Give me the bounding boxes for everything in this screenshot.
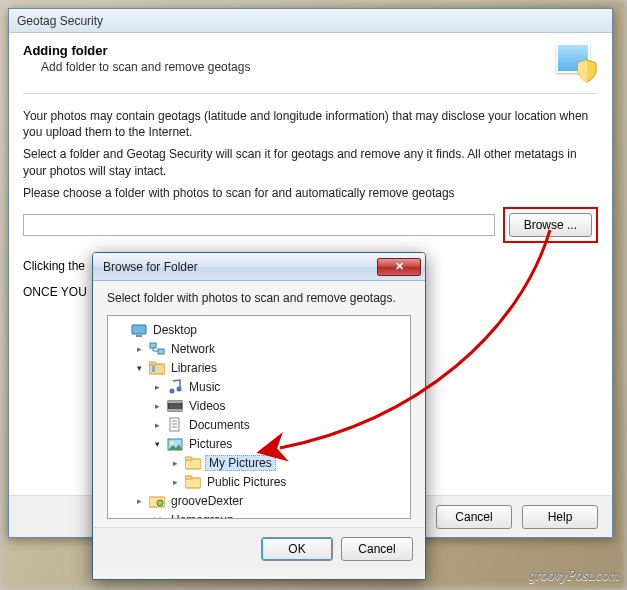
choose-folder-label: Please choose a folder with photos to sc… [23,185,598,201]
close-icon: ✕ [395,260,404,273]
libraries-icon [149,360,165,376]
svg-rect-0 [132,325,146,334]
page-subheading: Add folder to scan and remove geotags [41,60,546,74]
browse-highlight-annotation: Browse ... [503,207,598,243]
ok-button[interactable]: OK [261,537,333,561]
svg-point-7 [170,388,175,393]
tree-node-my-pictures[interactable]: ▸ My Pictures [168,453,408,472]
window-titlebar[interactable]: Geotag Security [9,9,612,33]
browse-for-folder-dialog: Browse for Folder ✕ Select folder with p… [92,252,426,580]
svg-rect-3 [158,349,164,354]
expander-icon[interactable]: ▸ [152,381,163,392]
svg-point-21 [151,518,157,520]
tree-node-videos[interactable]: ▸ Videos [150,396,408,415]
svg-rect-16 [185,457,192,460]
expander-icon[interactable]: ▸ [170,476,181,487]
dialog-instruction: Select folder with photos to scan and re… [107,291,411,305]
expander-icon[interactable]: ▸ [152,400,163,411]
svg-rect-10 [168,401,182,403]
tree-node-groovedexter[interactable]: ▸ grooveDexter [132,491,408,510]
svg-rect-2 [150,343,156,348]
info-paragraph-2: Select a folder and Geotag Security will… [23,146,598,178]
info-paragraph-1: Your photos may contain geotags (latitud… [23,108,598,140]
dialog-button-bar: OK Cancel [93,527,425,569]
documents-icon [167,417,183,433]
svg-point-14 [171,441,174,444]
tree-node-network[interactable]: ▸ Network [132,339,408,358]
expander-icon[interactable]: ▸ [134,343,145,354]
folder-path-input[interactable] [23,214,495,236]
music-icon [167,379,183,395]
svg-point-22 [157,518,163,520]
expander-icon[interactable]: ▸ [134,495,145,506]
expander-icon[interactable]: ▸ [134,514,145,519]
user-folder-icon [149,493,165,509]
dialog-titlebar[interactable]: Browse for Folder ✕ [93,253,425,281]
window-title: Geotag Security [17,14,103,28]
tree-node-desktop[interactable]: ▸ Desktop [114,320,408,339]
cancel-button[interactable]: Cancel [436,505,512,529]
expander-icon[interactable]: ▾ [152,438,163,449]
folder-tree[interactable]: ▸ Desktop ▸ [107,315,411,519]
homegroup-icon [149,512,165,520]
svg-rect-6 [152,366,155,372]
expander-icon[interactable]: ▾ [134,362,145,373]
tree-node-documents[interactable]: ▸ Documents [150,415,408,434]
tree-node-music[interactable]: ▸ Music [150,377,408,396]
svg-rect-11 [168,409,182,411]
dialog-cancel-button[interactable]: Cancel [341,537,413,561]
watermark-text: groovyPost.com [529,568,619,584]
svg-point-8 [177,386,182,391]
browse-button[interactable]: Browse ... [509,213,592,237]
svg-rect-5 [149,362,156,365]
tree-node-public-pictures[interactable]: ▸ Public Pictures [168,472,408,491]
help-button[interactable]: Help [522,505,598,529]
desktop-icon [131,322,147,338]
pictures-icon [167,436,183,452]
security-photo-icon [554,43,598,83]
dialog-title: Browse for Folder [103,260,377,274]
tree-node-pictures[interactable]: ▾ Pictures [150,434,408,453]
folder-icon [185,455,201,471]
page-heading: Adding folder [23,43,546,58]
svg-rect-1 [136,335,142,337]
network-icon [149,341,165,357]
expander-icon[interactable]: ▸ [152,419,163,430]
folder-icon [185,474,201,490]
tree-node-homegroup[interactable]: ▸ Homegroup [132,510,408,519]
expander-icon[interactable]: ▸ [170,457,181,468]
dialog-close-button[interactable]: ✕ [377,258,421,276]
svg-rect-18 [185,476,192,479]
videos-icon [167,398,183,414]
tree-node-libraries[interactable]: ▾ Libraries [132,358,408,377]
svg-point-20 [157,500,163,506]
